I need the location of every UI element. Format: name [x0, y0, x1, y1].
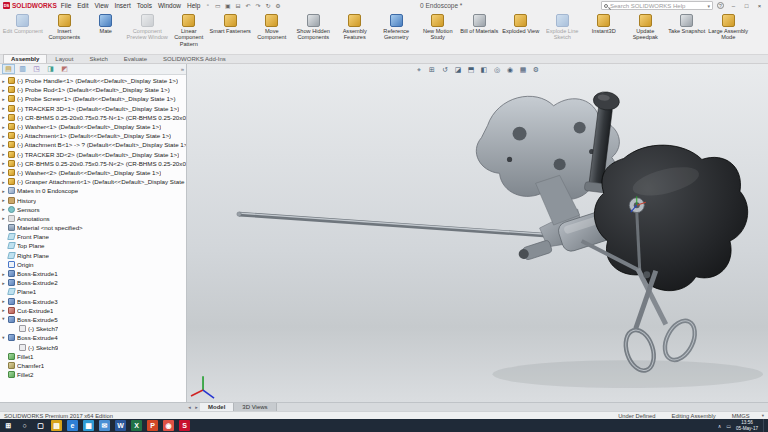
panel-chevron-icon[interactable]: » — [181, 66, 184, 72]
new-document-icon[interactable]: ▫ — [204, 2, 211, 9]
command-tab[interactable]: Sketch — [81, 54, 115, 63]
tree-item[interactable]: ▸ (-) Attachment<1> (Default<<Default>_D… — [1, 131, 186, 140]
expander-icon[interactable]: ▸ — [1, 215, 6, 221]
save-icon[interactable]: ▣ — [224, 2, 231, 9]
tree-item[interactable]: ▸ (-) Attachment B<1> -> ? (Default<<Def… — [1, 140, 186, 149]
print-icon[interactable]: ⊟ — [234, 2, 241, 9]
menu-item[interactable]: Edit — [77, 2, 88, 9]
redo-icon[interactable]: ↷ — [254, 2, 261, 9]
take-snapshot-button[interactable]: Take Snapshot — [666, 12, 708, 54]
cortana-search-icon[interactable]: ○ — [19, 420, 30, 431]
expander-icon[interactable]: ▸ — [1, 133, 6, 139]
menu-item[interactable]: Window — [158, 2, 181, 9]
minimize-button[interactable]: – — [728, 1, 739, 10]
exploded-view-button[interactable]: Exploded View — [500, 12, 542, 54]
mail-icon[interactable]: ✉ — [99, 420, 110, 431]
component-preview-window-button[interactable]: Component Preview Window — [127, 12, 169, 54]
tree-item[interactable]: ▸ (-) CR-BHMS 0.25-20x0.75x0.75-N<1> (CR… — [1, 113, 186, 122]
task-view-icon[interactable]: ▢ — [35, 420, 46, 431]
help-icon[interactable]: ? — [717, 2, 724, 9]
search-input[interactable] — [610, 3, 705, 9]
excel-icon[interactable]: X — [131, 420, 142, 431]
expander-icon[interactable]: ▸ — [1, 142, 6, 148]
search-caret-icon[interactable]: ▾ — [707, 3, 710, 9]
new-motion-study-button[interactable]: New Motion Study — [417, 12, 459, 54]
configurationmanager-tab[interactable]: ◳ — [30, 64, 43, 74]
tree-item[interactable]: ▸ (-) Probe Handle<1> (Default<<Default>… — [1, 76, 186, 85]
expander-icon[interactable]: ▸ — [1, 160, 6, 166]
propertymanager-tab[interactable]: ▥ — [16, 64, 29, 74]
insert-components-button[interactable]: Insert Components — [44, 12, 86, 54]
command-tab[interactable]: Evaluate — [116, 54, 155, 63]
store-icon[interactable]: ▦ — [83, 420, 94, 431]
tree-item[interactable]: ▸ Top Plane — [1, 241, 186, 250]
menu-item[interactable]: View — [94, 2, 108, 9]
tree-item[interactable]: ▸ (-) Sketch7 — [1, 324, 186, 333]
command-tab[interactable]: Assembly — [3, 54, 47, 63]
open-icon[interactable]: ▭ — [214, 2, 221, 9]
tree-item[interactable]: ▸ (-) TRACKER 3D<2> (Default<<Default>_D… — [1, 150, 186, 159]
instant3d-button[interactable]: Instant3D — [583, 12, 625, 54]
tree-item[interactable]: ▸ (-) Washer<2> (Default<<Default>_Displ… — [1, 168, 186, 177]
expander-icon[interactable]: ▸ — [1, 280, 6, 286]
chrome-icon[interactable]: ◉ — [163, 420, 174, 431]
featuremanager-tab[interactable]: ▤ — [2, 64, 15, 74]
options-icon[interactable]: ⚙ — [274, 2, 281, 9]
word-icon[interactable]: W — [115, 420, 126, 431]
menu-item[interactable]: File — [61, 2, 71, 9]
menu-item[interactable]: Help — [187, 2, 200, 9]
zoom-fit-icon[interactable]: ⌖ — [415, 65, 424, 74]
tree-item[interactable]: ▸ Plane1 — [1, 287, 186, 296]
tree-item[interactable]: ▸ Boss-Extrude3 — [1, 297, 186, 306]
taskbar-clock[interactable]: 13:56 05-May-17 — [736, 420, 758, 431]
menu-item[interactable]: Insert — [114, 2, 130, 9]
notification-icon[interactable]: ▭ — [726, 423, 731, 429]
expander-icon[interactable]: ▸ — [1, 317, 7, 322]
dimxpertmanager-tab[interactable]: ◨ — [44, 64, 57, 74]
hide-show-items-icon[interactable]: ◎ — [493, 65, 502, 74]
apply-scene-icon[interactable]: ▦ — [519, 65, 528, 74]
update-speedpak-button[interactable]: Update Speedpak — [625, 12, 667, 54]
expander-icon[interactable]: ▸ — [1, 96, 6, 102]
expander-icon[interactable]: ▸ — [1, 169, 6, 175]
tree-item[interactable]: ▸ (-) Washer<1> (Default<<Default>_Displ… — [1, 122, 186, 131]
previous-view-icon[interactable]: ↺ — [441, 65, 450, 74]
tree-item[interactable]: ▸ Boss-Extrude2 — [1, 278, 186, 287]
close-button[interactable]: × — [754, 1, 765, 10]
tree-item[interactable]: ▸ Front Plane — [1, 232, 186, 241]
rebuild-icon[interactable]: ↻ — [264, 2, 271, 9]
tab-scroll-left-icon[interactable]: ◂ — [186, 404, 193, 410]
expander-icon[interactable]: ▸ — [1, 124, 6, 130]
tree-item[interactable]: ▸ Right Plane — [1, 251, 186, 260]
tree-item[interactable]: ▸ (-) Grasper Attachment<1> (Default<<De… — [1, 177, 186, 186]
tree-item[interactable]: ▸ Cut-Extrude1 — [1, 306, 186, 315]
show-desktop-button[interactable] — [763, 419, 765, 432]
show-hidden-components-button[interactable]: Show Hidden Components — [293, 12, 335, 54]
reference-geometry-button[interactable]: Reference Geometry — [376, 12, 418, 54]
tree-item[interactable]: ▸ (-) Probe Screw<1> (Default<<Default>_… — [1, 94, 186, 103]
file-explorer-icon[interactable]: ▤ — [51, 420, 62, 431]
large-assembly-mode-button[interactable]: Large Assembly Mode — [708, 12, 750, 54]
expander-icon[interactable]: ▸ — [1, 87, 6, 93]
expander-icon[interactable]: ▸ — [1, 78, 6, 84]
view-tab[interactable]: 3D Views — [234, 403, 276, 411]
expander-icon[interactable]: ▸ — [1, 197, 6, 203]
solidworks-icon[interactable]: S — [179, 420, 190, 431]
maximize-button[interactable]: □ — [741, 1, 752, 10]
tree-item[interactable]: ▸ Annotations — [1, 214, 186, 223]
expander-icon[interactable]: ▸ — [1, 114, 6, 120]
expander-icon[interactable]: ▸ — [1, 307, 6, 313]
tree-item[interactable]: ▸ History — [1, 195, 186, 204]
menu-item[interactable]: Tools — [137, 2, 152, 9]
tree-item[interactable]: ▸ (-) Probe Rod<1> (Default<<Default>_Di… — [1, 85, 186, 94]
move-component-button[interactable]: Move Component — [251, 12, 293, 54]
tray-expand-icon[interactable]: ∧ — [718, 423, 722, 429]
tree-item[interactable]: ▸ Mates in 0 Endoscope — [1, 186, 186, 195]
tree-item[interactable]: ▸ Fillet1 — [1, 352, 186, 361]
command-tab[interactable]: SOLIDWORKS Add-Ins — [155, 54, 234, 63]
start-button[interactable]: ⊞ — [3, 420, 14, 431]
tree-item[interactable]: ▸ Chamfer1 — [1, 361, 186, 370]
expander-icon[interactable]: ▸ — [1, 105, 6, 111]
tree-item[interactable]: ▸ Material <not specified> — [1, 223, 186, 232]
edge-icon[interactable]: e — [67, 420, 78, 431]
